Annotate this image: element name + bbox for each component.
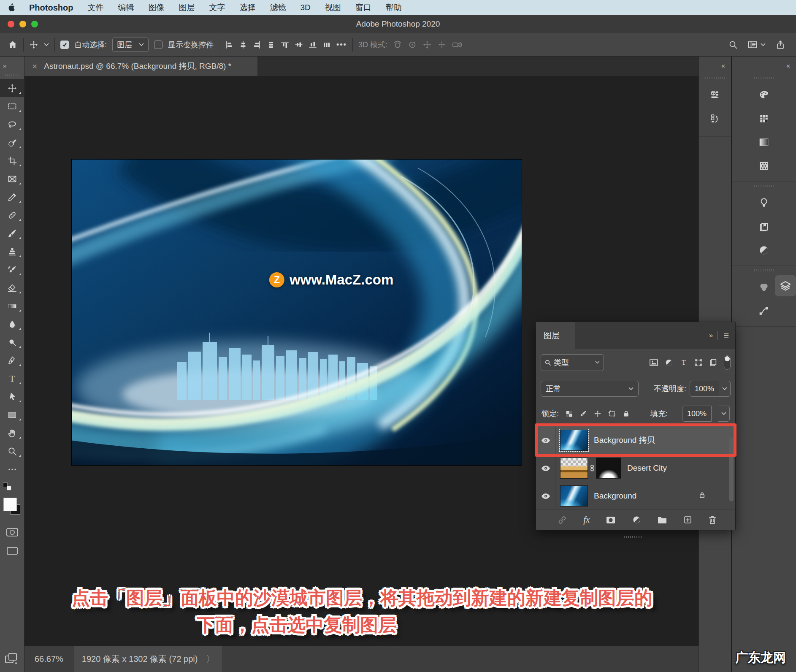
auto-select-dropdown[interactable]: 图层 [112, 38, 149, 52]
panel-resize-grip[interactable] [624, 536, 643, 538]
close-window-button[interactable] [8, 21, 14, 27]
tool-clone-stamp[interactable] [0, 242, 24, 260]
dock-grip[interactable] [705, 77, 725, 79]
menu-item-view[interactable]: 视图 [325, 2, 341, 13]
document-info[interactable]: 1920 像素 x 1302 像素 (72 ppi) 〉 [74, 646, 222, 672]
filter-adjustment-layers-icon[interactable] [665, 358, 673, 367]
opacity-field[interactable]: 100% [690, 381, 719, 397]
3d-orbit-icon[interactable] [393, 40, 402, 49]
fill-dropdown-button[interactable] [718, 406, 730, 422]
move-tool-icon[interactable] [29, 40, 38, 49]
lock-artboard-icon[interactable] [608, 410, 616, 417]
lock-pixels-icon[interactable] [579, 410, 587, 417]
tool-type[interactable]: T [0, 369, 24, 387]
align-center-h-icon[interactable] [239, 41, 247, 49]
layers-tab[interactable]: 图层 [536, 322, 575, 349]
home-icon[interactable] [8, 40, 18, 50]
tool-zoom[interactable] [0, 442, 24, 460]
color-panel-icon[interactable] [732, 83, 796, 107]
screen-mode-button[interactable] [0, 542, 24, 560]
menu-item-window[interactable]: 窗口 [355, 2, 371, 13]
layer-style-button[interactable]: fx [583, 515, 590, 525]
tool-history-brush[interactable] [0, 260, 24, 279]
tool-crop[interactable] [0, 152, 24, 170]
filter-toggle[interactable] [724, 355, 731, 370]
filter-shape-layers-icon[interactable] [694, 358, 703, 367]
tool-hand[interactable] [0, 424, 24, 442]
layers-scrollbar[interactable] [729, 437, 734, 501]
visibility-eye-icon[interactable] [536, 454, 555, 482]
3d-properties-icon[interactable] [699, 83, 731, 107]
menu-item-select[interactable]: 选择 [239, 2, 255, 13]
menu-item-filter[interactable]: 滤镜 [270, 2, 286, 13]
align-top-icon[interactable] [281, 41, 289, 49]
lock-position-icon[interactable] [594, 410, 601, 417]
workspace-switcher[interactable] [748, 41, 766, 49]
more-options-button[interactable]: ••• [336, 40, 347, 49]
dock-grip[interactable] [754, 185, 774, 187]
collapse-panel-icon[interactable]: » [709, 331, 712, 340]
filter-type-layers-icon[interactable]: T [680, 358, 688, 367]
tool-lasso[interactable] [0, 115, 24, 133]
3d-slide-icon[interactable] [437, 40, 447, 49]
swap-colors-icon[interactable] [7, 486, 11, 490]
swatches-panel-icon[interactable] [732, 107, 796, 130]
tool-rectangular-marquee[interactable] [0, 97, 24, 115]
layer-mask-thumbnail[interactable] [596, 458, 621, 478]
chevron-down-icon[interactable] [44, 43, 49, 46]
collapse-dock-icon[interactable]: « [699, 57, 731, 75]
change-screen-mode-icon[interactable] [4, 652, 19, 665]
patterns-panel-icon[interactable] [732, 154, 796, 178]
tool-brush[interactable] [0, 224, 24, 242]
lock-transparency-icon[interactable] [566, 410, 573, 417]
document-image[interactable]: Z www.MacZ.com [72, 160, 522, 465]
search-icon[interactable] [728, 40, 738, 49]
tool-pen[interactable] [0, 351, 24, 369]
align-middle-icon[interactable] [295, 41, 303, 49]
layer-row-background-copy[interactable]: Background 拷贝 [536, 426, 735, 454]
add-adjustment-icon[interactable] [632, 515, 641, 524]
show-transform-checkbox[interactable] [154, 41, 162, 49]
paths-panel-icon[interactable] [732, 299, 796, 323]
align-bottom-icon[interactable] [309, 41, 317, 49]
adjustments-panel-icon[interactable] [732, 238, 796, 262]
quick-mask-button[interactable] [0, 523, 24, 542]
new-layer-icon[interactable] [683, 515, 692, 524]
menu-item-file[interactable]: 文件 [87, 2, 103, 13]
tool-frame[interactable] [0, 170, 24, 188]
tool-path-selection[interactable] [0, 387, 24, 406]
foreground-color-swatch[interactable] [3, 498, 17, 511]
add-mask-icon[interactable] [606, 516, 616, 524]
menu-item-edit[interactable]: 编辑 [118, 2, 134, 13]
close-tab-icon[interactable]: × [32, 61, 37, 71]
document-tab[interactable]: × Astronaut.psd @ 66.7% (Background 拷贝, … [24, 57, 257, 76]
menu-item-type[interactable]: 文字 [209, 2, 225, 13]
delete-layer-icon[interactable] [708, 515, 717, 525]
apple-icon[interactable] [8, 3, 15, 12]
distribute-h-icon[interactable] [267, 41, 275, 49]
gradients-panel-icon[interactable] [732, 130, 796, 154]
layer-row-background[interactable]: Background [536, 482, 735, 510]
zoom-level-field[interactable]: 66.67% [24, 654, 74, 664]
menu-item-3d[interactable]: 3D [300, 3, 310, 12]
layer-thumbnail[interactable] [560, 486, 588, 506]
layer-thumbnail[interactable] [560, 430, 588, 450]
edit-toolbar-icon[interactable] [0, 460, 24, 478]
fill-field[interactable]: 100% [682, 406, 712, 422]
menu-item-image[interactable]: 图像 [148, 2, 164, 13]
collapse-tools-icon[interactable]: » [0, 57, 24, 74]
tool-eraser[interactable] [0, 279, 24, 297]
new-group-icon[interactable] [657, 516, 667, 524]
libraries-panel-icon[interactable] [732, 215, 796, 238]
history-panel-icon[interactable] [699, 107, 731, 130]
menu-item-help[interactable]: 帮助 [386, 2, 402, 13]
dock-grip[interactable] [754, 77, 774, 79]
mask-link-icon[interactable] [589, 464, 595, 472]
share-icon[interactable] [776, 40, 785, 49]
layer-name[interactable]: Desert City [627, 463, 667, 473]
visibility-eye-icon[interactable] [536, 482, 555, 510]
tool-move[interactable] [0, 79, 24, 97]
3d-pan-icon[interactable] [422, 40, 432, 49]
tool-healing-brush[interactable] [0, 206, 24, 224]
tool-dodge[interactable] [0, 333, 24, 351]
